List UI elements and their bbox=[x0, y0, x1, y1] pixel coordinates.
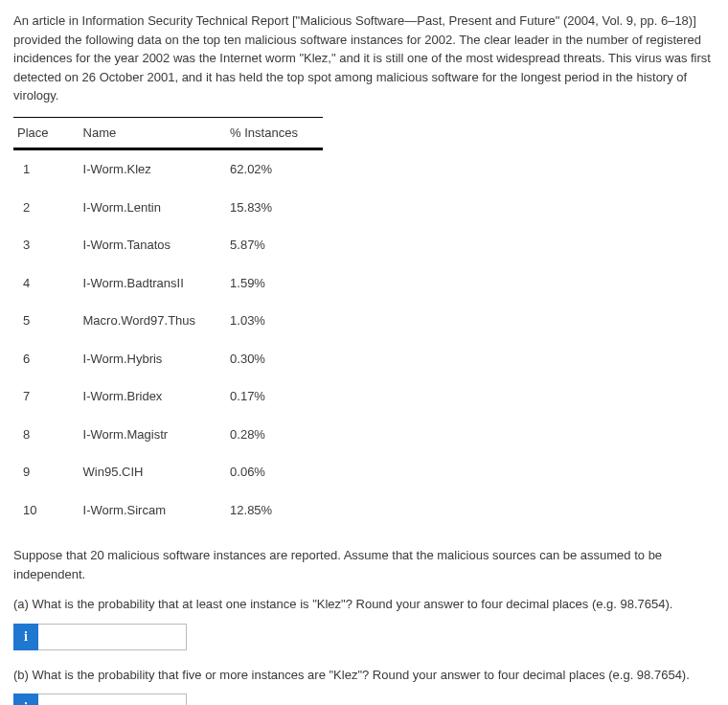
info-icon[interactable]: i bbox=[13, 694, 38, 705]
answer-block-b: i bbox=[13, 694, 715, 705]
table-row: 9Win95.CIH0.06% bbox=[13, 453, 323, 491]
table-row: 6I-Worm.Hybris0.30% bbox=[13, 340, 323, 378]
answer-input-b[interactable] bbox=[38, 694, 187, 705]
table-row: 10I-Worm.Sircam12.85% bbox=[13, 491, 323, 530]
table-row: 4I-Worm.BadtransII1.59% bbox=[13, 264, 323, 303]
col-pct: % Instances bbox=[220, 117, 323, 148]
question-a: (a) What is the probability that at leas… bbox=[13, 595, 715, 614]
answer-input-a[interactable] bbox=[38, 624, 187, 650]
intro-text: An article in Information Security Techn… bbox=[13, 11, 715, 105]
table-row: 3I-Worm.Tanatos5.87% bbox=[13, 226, 323, 264]
question-b: (b) What is the probability that five or… bbox=[13, 666, 715, 685]
table-row: 1I-Worm.Klez62.02% bbox=[13, 149, 323, 189]
table-row: 7I-Worm.Bridex0.17% bbox=[13, 377, 323, 416]
suppose-text: Suppose that 20 malicious software insta… bbox=[13, 546, 715, 583]
col-name: Name bbox=[74, 117, 221, 148]
col-place: Place bbox=[13, 117, 74, 148]
info-icon[interactable]: i bbox=[13, 624, 38, 650]
table-body: 1I-Worm.Klez62.02% 2I-Worm.Lentin15.83% … bbox=[13, 149, 323, 529]
malware-table: Place Name % Instances 1I-Worm.Klez62.02… bbox=[13, 117, 323, 530]
table-row: 5Macro.Word97.Thus1.03% bbox=[13, 302, 323, 340]
answer-block-a: i bbox=[13, 624, 715, 650]
table-row: 8I-Worm.Magistr0.28% bbox=[13, 416, 323, 454]
table-row: 2I-Worm.Lentin15.83% bbox=[13, 189, 323, 227]
